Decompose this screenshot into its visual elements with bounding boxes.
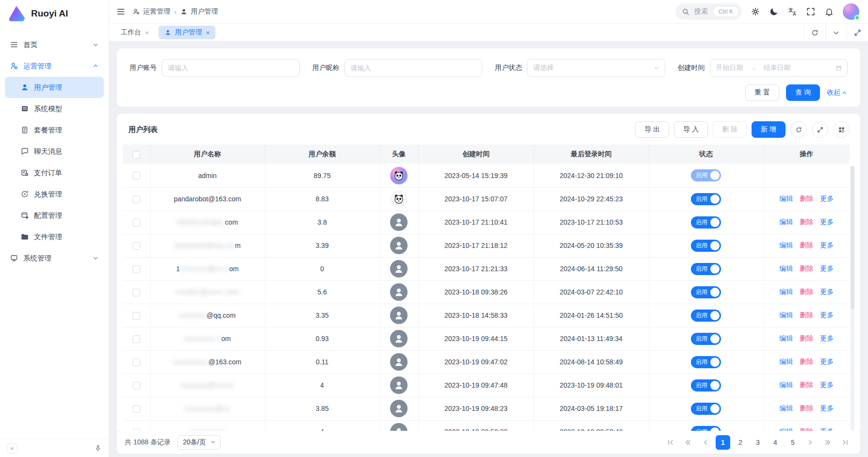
sidebar-item-system-management[interactable]: 系统管理 bbox=[5, 247, 104, 269]
pin-icon[interactable] bbox=[94, 444, 102, 452]
edit-link[interactable]: 编辑 bbox=[779, 427, 793, 431]
user-status-select[interactable]: 请选择 bbox=[527, 59, 665, 77]
more-link[interactable]: 更多 bbox=[820, 241, 834, 249]
select-all-checkbox[interactable] bbox=[132, 151, 140, 159]
delete-link[interactable]: 删除 bbox=[800, 404, 813, 412]
row-checkbox[interactable] bbox=[132, 219, 140, 227]
more-link[interactable]: 更多 bbox=[820, 218, 834, 226]
status-toggle[interactable]: 启用 bbox=[691, 403, 721, 415]
fullscreen-icon[interactable] bbox=[806, 7, 816, 16]
language-translate-icon[interactable]: 文A bbox=[787, 7, 797, 16]
reset-button[interactable]: 重 置 bbox=[745, 84, 779, 101]
export-button[interactable]: 导 出 bbox=[635, 121, 669, 138]
more-link[interactable]: 更多 bbox=[820, 311, 834, 319]
page-size-select[interactable]: 20条/页 bbox=[178, 435, 221, 450]
prev-10-pages-button[interactable] bbox=[681, 435, 695, 450]
row-checkbox[interactable] bbox=[132, 405, 140, 413]
more-link[interactable]: 更多 bbox=[820, 334, 834, 342]
row-checkbox[interactable] bbox=[132, 359, 140, 366]
sidebar-collapse-button[interactable]: « bbox=[7, 443, 17, 454]
add-button[interactable]: 新 增 bbox=[752, 121, 786, 138]
more-link[interactable]: 更多 bbox=[820, 264, 834, 272]
status-toggle[interactable]: 启用 bbox=[691, 333, 721, 345]
more-link[interactable]: 更多 bbox=[820, 381, 834, 389]
more-link[interactable]: 更多 bbox=[820, 427, 834, 431]
dark-mode-moon-icon[interactable] bbox=[769, 7, 779, 16]
sidebar-item-redeem-management[interactable]: 兑换管理 bbox=[5, 183, 104, 205]
status-toggle[interactable]: 启用 bbox=[691, 379, 721, 392]
notifications-bell-icon[interactable] bbox=[824, 7, 834, 16]
user-account-input[interactable] bbox=[162, 59, 300, 77]
table-scrollbar[interactable] bbox=[851, 166, 854, 431]
edit-link[interactable]: 编辑 bbox=[779, 311, 793, 319]
status-toggle[interactable]: 启用 bbox=[691, 240, 721, 252]
import-button[interactable]: 导 入 bbox=[674, 121, 708, 138]
row-checkbox[interactable] bbox=[132, 382, 140, 390]
status-toggle[interactable]: 启用 bbox=[691, 193, 721, 205]
delete-link[interactable]: 删除 bbox=[800, 381, 813, 389]
next-page-button[interactable] bbox=[803, 435, 818, 450]
column-settings-icon[interactable] bbox=[833, 121, 850, 138]
row-checkbox[interactable] bbox=[132, 265, 140, 273]
close-icon[interactable]: × bbox=[145, 29, 149, 36]
table-refresh-icon[interactable] bbox=[790, 121, 807, 138]
row-checkbox[interactable] bbox=[132, 335, 140, 343]
delete-link[interactable]: 删除 bbox=[800, 218, 813, 226]
edit-link[interactable]: 编辑 bbox=[779, 358, 793, 365]
tab-user-management[interactable]: 用户管理 × bbox=[159, 26, 216, 39]
tab-workbench[interactable]: 工作台 × bbox=[115, 26, 155, 39]
sidebar-item-operations[interactable]: 运营管理 bbox=[5, 55, 104, 77]
sidebar-item-system-model[interactable]: 系统模型 bbox=[5, 98, 104, 119]
content-fullscreen-icon[interactable] bbox=[847, 24, 868, 41]
edit-link[interactable]: 编辑 bbox=[779, 264, 793, 272]
sidebar-item-package-management[interactable]: 套餐管理 bbox=[5, 119, 104, 141]
delete-link[interactable]: 删除 bbox=[800, 195, 813, 202]
edit-link[interactable]: 编辑 bbox=[779, 334, 793, 342]
refresh-icon[interactable] bbox=[804, 24, 825, 41]
sidebar-item-user-management[interactable]: 用户管理 bbox=[5, 77, 104, 98]
sidebar-item-payment-orders[interactable]: 支付订单 bbox=[5, 162, 104, 183]
delete-link[interactable]: 删除 bbox=[800, 288, 813, 295]
more-link[interactable]: 更多 bbox=[820, 195, 834, 202]
more-link[interactable]: 更多 bbox=[820, 404, 834, 412]
delete-link[interactable]: 删除 bbox=[800, 264, 813, 272]
more-link[interactable]: 更多 bbox=[820, 288, 834, 295]
last-page-button[interactable] bbox=[838, 435, 852, 450]
edit-link[interactable]: 编辑 bbox=[779, 404, 793, 412]
status-toggle[interactable]: 启用 bbox=[691, 310, 721, 322]
scrollbar-thumb[interactable] bbox=[851, 166, 854, 309]
page-button-3[interactable]: 3 bbox=[751, 435, 765, 450]
edit-link[interactable]: 编辑 bbox=[779, 381, 793, 389]
row-checkbox[interactable] bbox=[132, 172, 140, 180]
page-button-1[interactable]: 1 bbox=[716, 435, 730, 450]
sidebar-item-chat-messages[interactable]: 聊天消息 bbox=[5, 141, 104, 162]
delete-link[interactable]: 删除 bbox=[800, 358, 813, 365]
user-avatar[interactable] bbox=[843, 3, 859, 20]
status-toggle[interactable]: 启用 bbox=[691, 356, 721, 368]
status-toggle[interactable]: 启用 bbox=[691, 169, 721, 181]
date-range-picker[interactable]: 开始日期 → 结束日期 bbox=[710, 59, 848, 77]
status-toggle[interactable]: 启用 bbox=[691, 263, 721, 275]
chevron-down-icon[interactable] bbox=[825, 24, 847, 41]
row-checkbox[interactable] bbox=[132, 242, 140, 250]
row-checkbox[interactable] bbox=[132, 289, 140, 296]
hamburger-menu-icon[interactable] bbox=[116, 7, 126, 16]
first-page-button[interactable] bbox=[663, 435, 678, 450]
search-input[interactable]: 搜索 Ctrl K bbox=[675, 3, 742, 20]
more-link[interactable]: 更多 bbox=[820, 358, 834, 365]
user-nickname-input[interactable] bbox=[344, 59, 483, 77]
edit-link[interactable]: 编辑 bbox=[779, 288, 793, 295]
prev-page-button[interactable] bbox=[698, 435, 713, 450]
collapse-filters-link[interactable]: 收起 bbox=[827, 88, 848, 97]
page-button-5[interactable]: 5 bbox=[786, 435, 800, 450]
row-checkbox[interactable] bbox=[132, 196, 140, 203]
breadcrumb-user-management[interactable]: 用户管理 bbox=[180, 7, 218, 16]
sidebar-item-config-management[interactable]: 配置管理 bbox=[5, 205, 104, 226]
table-fullscreen-icon[interactable] bbox=[812, 121, 828, 138]
sidebar-item-file-management[interactable]: 文件管理 bbox=[5, 226, 104, 247]
page-button-4[interactable]: 4 bbox=[768, 435, 783, 450]
query-button[interactable]: 查 询 bbox=[786, 84, 820, 101]
edit-link[interactable]: 编辑 bbox=[779, 195, 793, 202]
next-10-pages-button[interactable] bbox=[820, 435, 835, 450]
row-checkbox[interactable] bbox=[132, 428, 140, 431]
